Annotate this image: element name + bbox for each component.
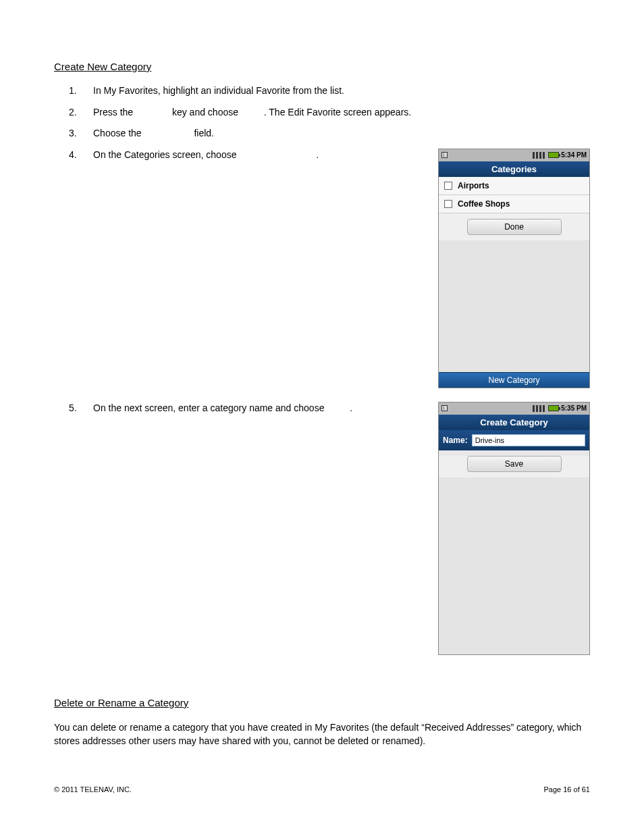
step-text: Choose the field. [93, 127, 214, 140]
status-bar: 5:34 PM [439, 149, 589, 161]
step-3: 3. Choose the field. [69, 127, 590, 140]
done-button[interactable]: Done [467, 219, 562, 235]
category-list: Airports Coffee Shops Done [439, 177, 589, 372]
copyright-text: © 2011 TELENAV, INC. [54, 785, 132, 793]
step-text: On the Categories screen, choose . [93, 149, 319, 162]
step-number: 3. [69, 127, 81, 140]
document-page: Create New Category 1. In My Favorites, … [0, 0, 644, 834]
category-row-airports[interactable]: Airports [439, 177, 589, 195]
name-field-row: Name: Drive-ins [439, 430, 589, 450]
download-icon [441, 152, 448, 158]
step-5-row: 5. On the next screen, enter a category … [54, 402, 590, 655]
download-icon [441, 405, 448, 411]
step-number: 4. [69, 149, 81, 162]
battery-icon [548, 152, 559, 158]
section-delete-rename: Delete or Rename a Category You can dele… [54, 697, 590, 748]
step-text: On the next screen, enter a category nam… [93, 402, 352, 415]
page-number: Page 16 of 61 [543, 785, 590, 793]
name-input[interactable]: Drive-ins [472, 434, 585, 446]
screen-title: Categories [439, 161, 589, 177]
step-5: 5. On the next screen, enter a category … [69, 402, 425, 415]
delete-rename-paragraph: You can delete or rename a category that… [54, 721, 590, 748]
signal-icon [533, 405, 546, 412]
new-category-button[interactable]: New Category [439, 372, 589, 388]
step-number: 1. [69, 84, 81, 98]
screen-title: Create Category [439, 415, 589, 430]
name-label: Name: [443, 436, 468, 445]
status-bar: 5:35 PM [439, 402, 589, 415]
category-row-coffee-shops[interactable]: Coffee Shops [439, 195, 589, 213]
clock-text: 5:35 PM [561, 405, 587, 412]
steps-list: 1. In My Favorites, highlight an individ… [69, 84, 590, 140]
category-label: Airports [458, 181, 489, 190]
clock-text: 5:34 PM [561, 151, 587, 159]
checkbox-icon[interactable] [444, 182, 452, 190]
phone-screenshot-categories: 5:34 PM Categories Airports Coffee Shops… [438, 149, 590, 388]
category-label: Coffee Shops [458, 199, 510, 209]
heading-delete-rename: Delete or Rename a Category [54, 697, 590, 708]
step-1: 1. In My Favorites, highlight an individ… [69, 84, 590, 98]
page-footer: © 2011 TELENAV, INC. Page 16 of 61 [54, 785, 590, 793]
step-text: Press the key and choose . The Edit Favo… [93, 106, 411, 120]
step-text: In My Favorites, highlight an individual… [93, 84, 344, 98]
step-number: 2. [69, 106, 81, 120]
checkbox-icon[interactable] [444, 200, 452, 208]
step-number: 5. [69, 402, 81, 415]
step-2: 2. Press the key and choose . The Edit F… [69, 106, 590, 120]
step-4: 4. On the Categories screen, choose . [69, 149, 425, 162]
battery-icon [548, 405, 559, 411]
save-button[interactable]: Save [467, 456, 562, 472]
step-4-row: 4. On the Categories screen, choose . [54, 149, 590, 388]
heading-create-new-category: Create New Category [54, 61, 590, 72]
signal-icon [533, 152, 546, 159]
phone-screenshot-create-category: 5:35 PM Create Category Name: Drive-ins … [438, 402, 590, 655]
